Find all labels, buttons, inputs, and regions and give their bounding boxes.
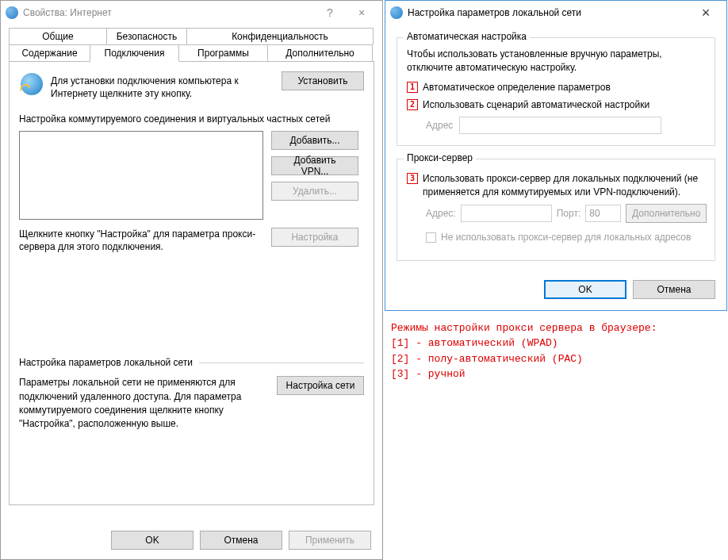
proxy-settings-description: Щелкните кнопку "Настройка" для параметр… [19,228,263,255]
add-button[interactable]: Добавить... [271,131,358,150]
lan-settings-legend: Настройка параметров локальной сети [19,357,364,368]
dialup-vpn-label: Настройка коммутируемого соединения и ви… [19,113,364,125]
auto-config-text: Чтобы использовать установленные вручную… [407,48,705,75]
cancel-button[interactable]: Отмена [633,280,715,299]
internet-properties-dialog: Свойства: Интернет ? × Общие Безопасност… [0,0,383,560]
annotation-text: Режимы настройки прокси сервера в браузе… [383,311,728,382]
lan-description: Параметры локальной сети не применяются … [19,376,269,432]
address-label: Адрес [426,120,453,131]
tabs: Общие Безопасность Конфиденциальность Со… [9,28,374,505]
annotation-marker-1: 1 [407,82,418,93]
titlebar-right: Настройка параметров локальной сети × [385,1,726,25]
bypass-local-label: Не использовать прокси-сервер для локаль… [441,231,691,244]
auto-detect-label: Автоматическое определение параметров [423,81,611,94]
advanced-button: Дополнительно [626,204,707,223]
auto-script-row[interactable]: 2 Использовать сценарий автоматической н… [407,98,705,112]
use-proxy-row[interactable]: 3 Использовать прокси-сервер для локальн… [407,172,705,199]
tab-general[interactable]: Общие [9,28,107,44]
close-button[interactable]: × [346,2,377,24]
auto-config-legend: Автоматическая настройка [404,31,530,42]
bypass-checkbox[interactable] [426,232,436,243]
install-description: Для установки подключения компьютера к И… [51,71,275,100]
window-title: Свойства: Интернет [23,7,314,18]
tab-security[interactable]: Безопасность [106,28,187,44]
connections-listbox[interactable] [19,131,263,220]
connection-settings-button: Настройка [271,228,358,247]
apply-button: Применить [289,531,371,550]
lan-dialog-buttons: OK Отмена [385,272,726,310]
tab-content[interactable]: Содержание [9,44,90,61]
help-button[interactable]: ? [314,2,346,24]
proxy-group: Прокси-сервер 3 Использовать прокси-серв… [397,159,715,260]
auto-detect-row[interactable]: 1 Автоматическое определение параметров [407,81,705,94]
connection-wizard-icon [19,71,44,97]
annotation-marker-3: 3 [407,173,418,184]
lan-window-title: Настройка параметров локальной сети [408,7,690,18]
use-proxy-label: Использовать прокси-сервер для локальных… [423,172,705,199]
tab-connections[interactable]: Подключения [90,44,179,62]
script-address-input [459,117,661,134]
dialog-buttons: OK Отмена Применить [111,531,371,550]
proxy-port-label: Порт: [557,208,581,219]
titlebar-left: Свойства: Интернет ? × [1,1,382,25]
bypass-local-row[interactable]: Не использовать прокси-сервер для локаль… [426,231,705,244]
lan-settings-button[interactable]: Настройка сети [277,376,364,395]
internet-options-icon [6,6,18,19]
close-button[interactable]: × [690,2,722,24]
lan-settings-dialog: Настройка параметров локальной сети × Ав… [385,0,727,311]
ok-button[interactable]: OK [111,531,193,550]
proxy-port-input [585,205,621,222]
lan-legend-text: Настройка параметров локальной сети [19,357,193,368]
tab-advanced[interactable]: Дополнительно [267,44,373,61]
proxy-address-label: Адрес: [426,208,456,219]
tab-panel-connections: Для установки подключения компьютера к И… [9,61,374,505]
add-vpn-button[interactable]: Добавить VPN... [271,156,358,175]
cancel-button[interactable]: Отмена [200,531,282,550]
annotation-marker-2: 2 [407,99,418,110]
auto-config-group: Автоматическая настройка Чтобы использов… [397,37,715,146]
proxy-address-input [461,205,552,222]
tab-privacy[interactable]: Конфиденциальность [186,28,374,44]
remove-button: Удалить... [271,182,358,201]
auto-script-label: Использовать сценарий автоматической нас… [423,98,649,112]
setup-button[interactable]: Установить [282,71,364,90]
ok-button[interactable]: OK [544,280,626,299]
tab-programs[interactable]: Программы [178,44,268,61]
lan-settings-icon [390,6,403,19]
proxy-legend: Прокси-сервер [404,152,476,163]
